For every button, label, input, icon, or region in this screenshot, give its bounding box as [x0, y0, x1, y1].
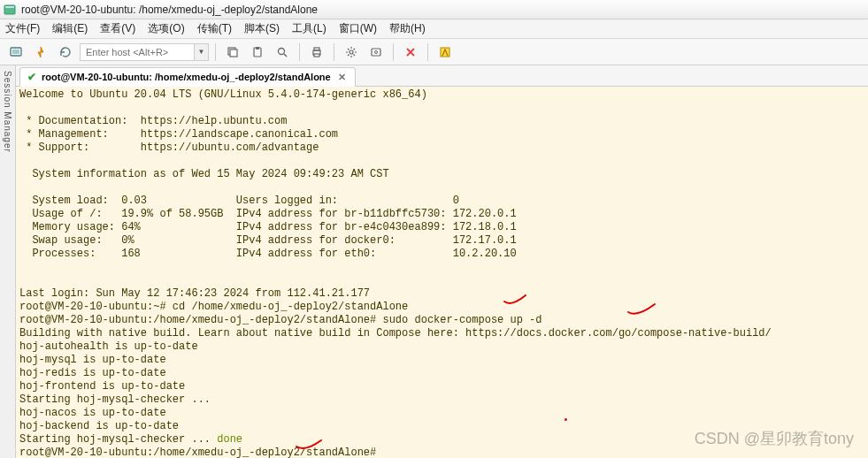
- separator: [334, 43, 334, 61]
- menu-transfer[interactable]: 传输(T): [197, 21, 232, 36]
- terminal[interactable]: Welcome to Ubuntu 20.04 LTS (GNU/Linux 5…: [16, 87, 868, 458]
- svg-point-8: [279, 48, 285, 54]
- tabbar: ✔ root@VM-20-10-ubuntu: /home/xmedu-oj_-…: [16, 65, 868, 87]
- session-options-icon[interactable]: [365, 42, 387, 63]
- tab-title: root@VM-20-10-ubuntu: /home/xmedu-oj_-de…: [42, 72, 331, 82]
- separator: [393, 43, 394, 61]
- toolbar: ▼: [0, 39, 868, 65]
- svg-line-21: [354, 54, 356, 56]
- terminal-highlight-icon[interactable]: [434, 42, 456, 63]
- svg-rect-11: [314, 48, 319, 50]
- quick-connect-icon[interactable]: [30, 42, 51, 63]
- svg-point-13: [350, 50, 353, 54]
- reconnect-icon[interactable]: [55, 42, 76, 63]
- paste-icon[interactable]: [247, 42, 268, 63]
- svg-line-9: [284, 54, 287, 57]
- svg-rect-3: [12, 50, 19, 54]
- separator: [427, 43, 428, 61]
- svg-point-23: [375, 50, 378, 53]
- menu-file[interactable]: 文件(F): [5, 21, 40, 36]
- menu-script[interactable]: 脚本(S): [244, 21, 280, 36]
- separator: [299, 43, 300, 61]
- connect-icon[interactable]: [5, 42, 27, 63]
- terminal-output: Welcome to Ubuntu 20.04 LTS (GNU/Linux 5…: [19, 88, 864, 458]
- find-icon[interactable]: [272, 42, 293, 63]
- menu-edit[interactable]: 编辑(E): [52, 21, 88, 36]
- svg-rect-5: [230, 50, 237, 57]
- menu-window[interactable]: 窗口(W): [339, 21, 377, 36]
- sidebar-label: Session Manager: [3, 71, 12, 153]
- settings-icon[interactable]: [341, 42, 362, 63]
- svg-rect-7: [256, 47, 259, 50]
- menubar: 文件(F) 编辑(E) 查看(V) 选项(O) 传输(T) 脚本(S) 工具(L…: [0, 19, 868, 39]
- svg-rect-12: [314, 54, 319, 57]
- tab-session[interactable]: ✔ root@VM-20-10-ubuntu: /home/xmedu-oj_-…: [19, 67, 356, 87]
- host-dropdown-icon[interactable]: ▼: [195, 43, 209, 61]
- titlebar: root@VM-20-10-ubuntu: /home/xmedu-oj_-de…: [0, 0, 868, 19]
- svg-line-20: [348, 54, 350, 56]
- cursor-dot: [565, 418, 567, 421]
- window-title: root@VM-20-10-ubuntu: /home/xmedu-oj_-de…: [21, 4, 318, 16]
- menu-options[interactable]: 选项(O): [148, 21, 184, 36]
- separator: [215, 43, 216, 61]
- svg-line-18: [348, 49, 350, 50]
- host-input[interactable]: [80, 43, 195, 61]
- check-icon: ✔: [27, 71, 36, 83]
- menu-tools[interactable]: 工具(L): [292, 21, 326, 36]
- x-transfer-icon[interactable]: [400, 42, 421, 63]
- print-icon[interactable]: [306, 42, 327, 63]
- svg-rect-22: [372, 49, 380, 56]
- copy-icon[interactable]: [222, 42, 243, 63]
- app-icon: [4, 4, 16, 16]
- svg-rect-1: [5, 6, 14, 8]
- menu-help[interactable]: 帮助(H): [389, 21, 426, 36]
- svg-line-19: [354, 49, 356, 50]
- close-icon[interactable]: ✕: [336, 72, 348, 83]
- menu-view[interactable]: 查看(V): [100, 21, 135, 36]
- session-manager-sidebar[interactable]: Session Manager: [0, 65, 16, 458]
